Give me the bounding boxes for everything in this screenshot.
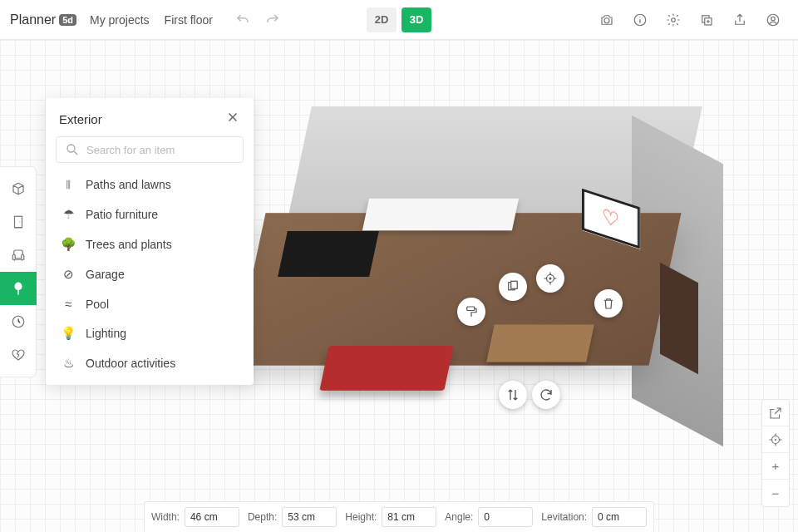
- crosshair-icon: [768, 432, 783, 447]
- category-label: Pool: [86, 298, 109, 311]
- cube-icon: [11, 181, 26, 196]
- angle-label: Angle:: [445, 511, 473, 523]
- plus-icon: +: [772, 459, 780, 473]
- height-field: Height:: [345, 507, 436, 527]
- redo-icon: [265, 12, 280, 27]
- rail-favorites[interactable]: [0, 338, 37, 372]
- angle-input[interactable]: [478, 507, 533, 527]
- rail-exterior[interactable]: [0, 272, 37, 305]
- rail-doors[interactable]: [0, 205, 37, 239]
- logo[interactable]: Planner 5d: [10, 12, 76, 27]
- svg-point-15: [67, 145, 75, 152]
- tool-rail: [0, 166, 37, 377]
- gear-icon: [666, 12, 681, 27]
- depth-field: Depth:: [248, 507, 337, 527]
- rail-furniture[interactable]: [0, 239, 37, 272]
- context-paint-button[interactable]: [457, 298, 485, 326]
- open-external-button[interactable]: [762, 400, 789, 426]
- svg-point-10: [549, 278, 552, 280]
- dining-table[interactable]: [486, 325, 594, 362]
- duplicate-button[interactable]: [692, 5, 722, 35]
- category-label: Paths and lawns: [86, 178, 171, 191]
- heart-broken-icon: [11, 347, 26, 362]
- my-projects-link[interactable]: My projects: [90, 13, 150, 27]
- camera-icon: [599, 12, 614, 27]
- svg-point-1: [672, 17, 676, 22]
- share-button[interactable]: [725, 5, 755, 35]
- paths-icon: ⦀: [61, 177, 76, 192]
- levitation-input[interactable]: [592, 507, 647, 527]
- angle-field: Angle:: [445, 507, 533, 527]
- rail-history[interactable]: [0, 305, 37, 338]
- category-pool[interactable]: ≈ Pool: [46, 289, 254, 318]
- depth-input[interactable]: [282, 507, 337, 527]
- catalog-panel: Exterior ⦀ Paths and lawns ☂ Patio furni…: [46, 98, 254, 385]
- levitation-field: Levitation:: [541, 507, 647, 527]
- grill-icon: ♨: [61, 356, 76, 371]
- svg-rect-8: [511, 281, 518, 288]
- room-model: ♡: [191, 90, 715, 472]
- svg-rect-6: [467, 307, 475, 311]
- height-input[interactable]: [382, 507, 436, 527]
- sofa[interactable]: [319, 346, 453, 391]
- category-lighting[interactable]: 💡 Lighting: [46, 318, 254, 348]
- trash-icon: [601, 296, 616, 311]
- duplicate-icon: [699, 12, 714, 27]
- width-input[interactable]: [185, 507, 239, 527]
- zoom-out-button[interactable]: −: [762, 480, 789, 506]
- width-field: Width:: [151, 507, 239, 527]
- redo-button[interactable]: [259, 7, 286, 33]
- panel-close-button[interactable]: [225, 110, 240, 128]
- undo-button[interactable]: [229, 7, 256, 33]
- category-trees-plants[interactable]: 🌳 Trees and plants: [46, 229, 254, 259]
- context-rotate-button[interactable]: [532, 381, 560, 409]
- bulb-icon: 💡: [61, 326, 76, 341]
- context-swap-button[interactable]: [499, 381, 527, 409]
- context-delete-button[interactable]: [594, 289, 623, 318]
- dimension-bar: Width: Depth: Height: Angle: Levitation:: [144, 501, 654, 532]
- zoom-in-button[interactable]: +: [762, 453, 789, 480]
- category-patio-furniture[interactable]: ☂ Patio furniture: [46, 200, 254, 229]
- profile-button[interactable]: [758, 5, 788, 35]
- close-icon: [225, 110, 240, 125]
- tv[interactable]: [278, 231, 379, 277]
- kitchen-counter[interactable]: [362, 199, 519, 231]
- view-3d-button[interactable]: 3D: [401, 7, 431, 32]
- category-garage[interactable]: ⊘ Garage: [46, 259, 254, 289]
- settings-button[interactable]: [658, 5, 688, 35]
- floor-selector[interactable]: First floor: [165, 13, 213, 27]
- top-actions: [592, 5, 788, 35]
- view-controls: + −: [761, 399, 790, 507]
- tree-icon: [11, 281, 26, 296]
- height-label: Height:: [345, 511, 377, 523]
- svg-point-12: [775, 438, 776, 440]
- top-bar: Planner 5d My projects First floor 2D 3D: [0, 0, 798, 40]
- category-label: Trees and plants: [86, 238, 172, 251]
- category-outdoor-activities[interactable]: ♨ Outdoor activities: [46, 348, 254, 378]
- levitation-label: Levitation:: [541, 511, 587, 523]
- external-icon: [768, 406, 783, 421]
- paint-roller-icon: [464, 304, 479, 319]
- view-2d-button[interactable]: 2D: [367, 7, 397, 32]
- garage-icon: ⊘: [61, 267, 76, 282]
- info-button[interactable]: [625, 5, 655, 35]
- copy-icon: [505, 279, 520, 294]
- brand-badge: 5d: [59, 14, 76, 26]
- share-icon: [732, 12, 747, 27]
- clock-icon: [11, 314, 26, 329]
- rail-construction[interactable]: [0, 172, 37, 205]
- search-icon: [65, 142, 80, 157]
- pool-icon: ≈: [61, 297, 76, 311]
- door-icon: [11, 214, 26, 229]
- brand-name: Planner: [10, 12, 56, 27]
- locate-button[interactable]: [762, 426, 789, 453]
- context-target-button[interactable]: [536, 264, 564, 293]
- search-input[interactable]: [86, 144, 234, 156]
- context-copy-button[interactable]: [499, 273, 527, 301]
- category-paths-and-lawns[interactable]: ⦀ Paths and lawns: [46, 170, 254, 200]
- panel-header: Exterior: [46, 98, 254, 136]
- catalog-search[interactable]: [56, 136, 244, 163]
- swap-vertical-icon: [505, 387, 520, 402]
- undo-icon: [235, 12, 250, 27]
- snapshot-button[interactable]: [592, 5, 622, 35]
